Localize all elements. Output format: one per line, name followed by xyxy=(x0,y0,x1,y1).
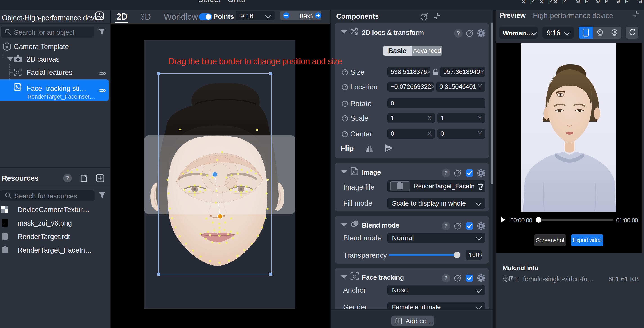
svg-text:?: ? xyxy=(66,175,69,181)
svg-text:?: ? xyxy=(456,30,460,37)
svg-text:?: ? xyxy=(444,275,448,282)
svg-text:?: ? xyxy=(444,223,448,229)
svg-text:?: ? xyxy=(444,170,448,176)
